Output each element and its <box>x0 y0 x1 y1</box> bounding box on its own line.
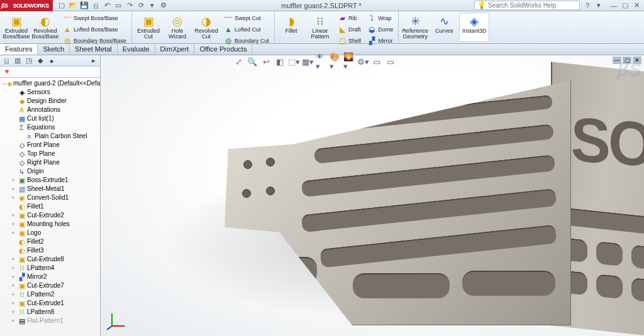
vp-close-icon[interactable]: ✕ <box>633 57 641 64</box>
zoom-area-icon[interactable]: 🔍 <box>247 56 258 67</box>
tab-sketch[interactable]: Sketch <box>38 44 70 55</box>
search-input[interactable] <box>488 2 577 9</box>
print-icon[interactable]: ⎙ <box>91 1 101 11</box>
fm-config-icon[interactable]: ◳ <box>24 56 34 66</box>
tree-item[interactable]: +⁝⁝LPattern8 <box>0 308 100 317</box>
command-manager: ▣Extruded Boss/Base ◐Revolved Boss/Base … <box>0 11 644 44</box>
prev-view-icon[interactable]: ↩ <box>260 56 272 67</box>
tree-item[interactable]: +⁝⁝LPattern2 <box>0 290 100 299</box>
tree-item[interactable]: +▣Mounting holes <box>0 220 100 229</box>
rib-button[interactable]: ▰Rib <box>335 13 364 24</box>
save-icon[interactable]: 💾 <box>79 1 89 11</box>
tab-dimxpert[interactable]: DimXpert <box>155 44 195 55</box>
linear-pattern-button[interactable]: ⁝⁝Linear Pattern <box>306 13 334 42</box>
fm-prop-icon[interactable]: ▥ <box>13 56 23 66</box>
instant3d-button[interactable]: ◈Instant3D <box>459 13 489 42</box>
help-icon[interactable]: ? <box>582 1 592 10</box>
tree-item[interactable]: +▞Mirror2 <box>0 273 100 281</box>
new-icon[interactable]: ▢ <box>57 1 67 11</box>
tab-features[interactable]: Features <box>0 44 38 55</box>
tree-item[interactable]: ◈Sensors <box>0 88 100 97</box>
svg-line-2 <box>107 326 112 330</box>
tree-item[interactable]: +▥Sheet-Metal1 <box>0 185 100 193</box>
view-misc2-icon[interactable]: ▭ <box>385 56 396 67</box>
shell-button[interactable]: ▢Shell <box>335 35 364 46</box>
tree-item[interactable]: +▤Flat-Pattern1 <box>0 317 100 325</box>
redo-icon[interactable]: ↷ <box>125 1 135 11</box>
tree-item[interactable]: +⁝⁝LPattern4 <box>0 264 100 273</box>
graphics-viewport[interactable]: — ▢ ✕ βS SOLIDW <box>101 55 644 336</box>
ref-geometry-button[interactable]: ✳Reference Geometry <box>401 13 429 42</box>
mirror-button[interactable]: ▞Mirror <box>365 35 396 46</box>
rebuild-icon[interactable]: ⟳ <box>136 1 146 11</box>
lofted-boss-button[interactable]: ▲Lofted Boss/Base <box>60 24 129 35</box>
tree-item[interactable]: ◐Fillet1 <box>0 202 100 211</box>
fm-dim-icon[interactable]: ◆ <box>35 56 45 66</box>
vp-max-icon[interactable]: ▢ <box>623 57 631 64</box>
hide-show-icon[interactable]: 👁▾ <box>316 56 327 67</box>
close-icon[interactable]: ✕ <box>631 1 641 10</box>
tree-item[interactable]: ≡Plain Carbon Steel <box>0 132 100 141</box>
options-icon[interactable]: ⚙ <box>158 1 169 11</box>
revolved-boss-button[interactable]: ◐Revolved Boss/Base <box>31 13 59 42</box>
view-misc1-icon[interactable]: ▭ <box>371 56 382 67</box>
view-settings-icon[interactable]: ⚙▾ <box>357 56 369 67</box>
display-style-icon[interactable]: ▦▾ <box>302 56 313 67</box>
tree-item[interactable]: +▣Cut-Extrude1 <box>0 299 100 308</box>
tab-evaluate[interactable]: Evaluate <box>118 44 155 55</box>
swept-cut-button[interactable]: 〰Swept Cut <box>221 13 272 24</box>
select-icon[interactable]: ▭ <box>113 1 123 11</box>
dome-button[interactable]: ◒Dome <box>365 24 396 35</box>
tree-item[interactable]: ◇Right Plane <box>0 158 100 167</box>
maximize-icon[interactable]: ▢ <box>620 1 630 10</box>
fillet-button[interactable]: ◗Fillet <box>277 13 305 42</box>
apply-scene-icon[interactable]: 🌄▾ <box>343 56 355 67</box>
tree-item[interactable]: +▣Boss-Extrude1 <box>0 176 100 185</box>
model: SOLIDW <box>101 55 644 336</box>
extruded-boss-button[interactable]: ▣Extruded Boss/Base <box>3 13 30 42</box>
tree-item[interactable]: ◇Top Plane <box>0 149 100 158</box>
swept-boss-button[interactable]: 〰Swept Boss/Base <box>60 13 129 24</box>
revolved-cut-button[interactable]: ◑Revolved Cut <box>192 13 220 42</box>
tree-item[interactable]: ΣEquations <box>0 123 100 132</box>
edit-appear-icon[interactable]: 🎨▾ <box>330 56 341 67</box>
feature-tree[interactable]: –◈muffler guard-2 (Default<<Default>_Dis… <box>0 78 100 336</box>
origin-triad <box>106 310 127 331</box>
dropdown-icon[interactable]: ▾ <box>147 1 157 11</box>
wrap-button[interactable]: ⤵Wrap <box>365 13 396 24</box>
tree-item[interactable]: ▦Cut list(1) <box>0 114 100 123</box>
tab-sheetmetal[interactable]: Sheet Metal <box>70 44 118 55</box>
tree-item[interactable]: ↳Origin <box>0 167 100 176</box>
tree-item[interactable]: AAnnotations <box>0 106 100 114</box>
undo-icon[interactable]: ↶ <box>102 1 112 11</box>
zoom-fit-icon[interactable]: ⤢ <box>233 56 244 67</box>
tree-item[interactable]: ◆Design Binder <box>0 97 100 106</box>
tree-item[interactable]: +▣Cut-Extrude7 <box>0 281 100 290</box>
extruded-cut-button[interactable]: ▣Extruded Cut <box>135 13 162 42</box>
tree-item[interactable]: ◐Fillet2 <box>0 237 100 246</box>
tree-item[interactable]: +◉Convert-Solid1 <box>0 193 100 202</box>
tree-item[interactable]: +▣Cut-Extrude8 <box>0 255 100 264</box>
lofted-cut-button[interactable]: ▲Lofted Cut <box>221 24 272 35</box>
vp-min-icon[interactable]: — <box>613 57 621 64</box>
minimize-icon[interactable]: — <box>609 1 619 10</box>
app-logo: SOLIDWORKS <box>0 0 53 11</box>
section-view-icon[interactable]: ◧ <box>274 56 286 67</box>
fm-display-icon[interactable]: ● <box>47 56 57 66</box>
open-icon[interactable]: 📂 <box>68 1 78 11</box>
hole-wizard-button[interactable]: ◎Hole Wizard <box>164 13 191 42</box>
tree-item[interactable]: ◇Front Plane <box>0 141 100 149</box>
tree-item[interactable]: ◐Fillet3 <box>0 246 100 255</box>
draft-button[interactable]: ◣Draft <box>335 24 364 35</box>
help-drop-icon[interactable]: ▾ <box>594 1 604 10</box>
fm-tree-icon[interactable]: ⍃ <box>1 56 11 66</box>
tree-root[interactable]: –◈muffler guard-2 (Default<<Default>_Dis <box>0 79 100 88</box>
fm-split-icon[interactable]: ▸ <box>89 56 99 66</box>
tree-item[interactable]: +▣Logo <box>0 229 100 237</box>
tab-office[interactable]: Office Products <box>194 44 252 55</box>
view-orient-icon[interactable]: ⬚▾ <box>288 56 299 67</box>
curves-button[interactable]: ∿Curves <box>430 13 458 42</box>
tree-item[interactable]: +▣Cut-Extrude2 <box>0 211 100 220</box>
tree-filter[interactable]: 🔻 <box>0 67 100 78</box>
help-search[interactable]: 💡 <box>474 1 580 10</box>
